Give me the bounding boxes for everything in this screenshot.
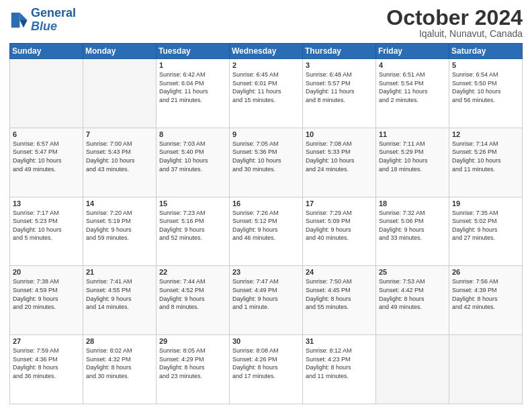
day-cell: 4Sunrise: 6:51 AM Sunset: 5:54 PM Daylig… bbox=[376, 59, 449, 128]
day-detail: Sunrise: 6:45 AM Sunset: 6:01 PM Dayligh… bbox=[232, 71, 300, 104]
day-number: 30 bbox=[232, 337, 300, 345]
day-number: 31 bbox=[306, 337, 373, 345]
logo-icon bbox=[9, 11, 28, 30]
week-row-2: 6Sunrise: 6:57 AM Sunset: 5:47 PM Daylig… bbox=[10, 128, 523, 197]
logo-line2: Blue bbox=[31, 19, 57, 33]
day-number: 10 bbox=[306, 130, 373, 138]
day-cell: 13Sunrise: 7:17 AM Sunset: 5:23 PM Dayli… bbox=[10, 197, 83, 266]
week-row-5: 27Sunrise: 7:59 AM Sunset: 4:36 PM Dayli… bbox=[10, 335, 523, 404]
day-detail: Sunrise: 7:11 AM Sunset: 5:29 PM Dayligh… bbox=[379, 140, 446, 173]
month-title: October 2024 bbox=[386, 7, 523, 28]
day-cell: 14Sunrise: 7:20 AM Sunset: 5:19 PM Dayli… bbox=[83, 197, 157, 266]
header: General Blue October 2024 Iqaluit, Nunav… bbox=[9, 7, 523, 39]
day-cell bbox=[376, 335, 449, 404]
day-number: 1 bbox=[159, 61, 226, 69]
day-cell: 18Sunrise: 7:32 AM Sunset: 5:06 PM Dayli… bbox=[376, 197, 449, 266]
logo: General Blue bbox=[9, 7, 76, 34]
day-number: 7 bbox=[86, 130, 153, 138]
day-number: 16 bbox=[232, 199, 300, 208]
day-detail: Sunrise: 7:05 AM Sunset: 5:36 PM Dayligh… bbox=[232, 140, 300, 173]
weekday-header-saturday: Saturday bbox=[449, 44, 523, 59]
day-detail: Sunrise: 7:26 AM Sunset: 5:12 PM Dayligh… bbox=[232, 209, 300, 242]
day-number: 4 bbox=[379, 61, 446, 69]
day-detail: Sunrise: 7:32 AM Sunset: 5:06 PM Dayligh… bbox=[379, 209, 446, 242]
day-cell: 12Sunrise: 7:14 AM Sunset: 5:26 PM Dayli… bbox=[449, 128, 523, 197]
day-cell: 17Sunrise: 7:29 AM Sunset: 5:09 PM Dayli… bbox=[303, 197, 376, 266]
day-cell: 31Sunrise: 8:12 AM Sunset: 4:23 PM Dayli… bbox=[303, 335, 376, 404]
weekday-header-thursday: Thursday bbox=[303, 44, 376, 59]
day-number: 29 bbox=[159, 337, 226, 345]
day-detail: Sunrise: 6:54 AM Sunset: 5:50 PM Dayligh… bbox=[452, 71, 519, 104]
day-number: 23 bbox=[232, 268, 300, 276]
day-number: 25 bbox=[379, 268, 446, 276]
week-row-4: 20Sunrise: 7:38 AM Sunset: 4:59 PM Dayli… bbox=[10, 266, 523, 335]
week-row-1: 1Sunrise: 6:42 AM Sunset: 6:04 PM Daylig… bbox=[10, 59, 523, 128]
day-detail: Sunrise: 7:08 AM Sunset: 5:33 PM Dayligh… bbox=[306, 140, 373, 173]
title-block: October 2024 Iqaluit, Nunavut, Canada bbox=[386, 7, 523, 39]
day-detail: Sunrise: 7:47 AM Sunset: 4:49 PM Dayligh… bbox=[232, 277, 300, 311]
weekday-header-friday: Friday bbox=[376, 44, 449, 59]
day-cell: 3Sunrise: 6:48 AM Sunset: 5:57 PM Daylig… bbox=[303, 59, 376, 128]
page: General Blue October 2024 Iqaluit, Nunav… bbox=[0, 0, 532, 411]
day-detail: Sunrise: 6:48 AM Sunset: 5:57 PM Dayligh… bbox=[306, 71, 373, 104]
logo-text: General Blue bbox=[31, 7, 76, 34]
day-number: 22 bbox=[159, 268, 226, 276]
day-cell: 20Sunrise: 7:38 AM Sunset: 4:59 PM Dayli… bbox=[10, 266, 83, 335]
svg-marker-1 bbox=[19, 20, 27, 28]
day-detail: Sunrise: 7:56 AM Sunset: 4:39 PM Dayligh… bbox=[452, 277, 519, 311]
day-cell: 2Sunrise: 6:45 AM Sunset: 6:01 PM Daylig… bbox=[230, 59, 303, 128]
day-number: 12 bbox=[452, 130, 519, 138]
weekday-header-monday: Monday bbox=[83, 44, 157, 59]
day-cell bbox=[83, 59, 157, 128]
day-detail: Sunrise: 7:44 AM Sunset: 4:52 PM Dayligh… bbox=[159, 277, 226, 311]
day-cell: 19Sunrise: 7:35 AM Sunset: 5:02 PM Dayli… bbox=[449, 197, 523, 266]
day-detail: Sunrise: 7:29 AM Sunset: 5:09 PM Dayligh… bbox=[306, 209, 373, 242]
day-cell bbox=[10, 59, 83, 128]
logo-line1: General bbox=[31, 6, 76, 19]
day-cell: 21Sunrise: 7:41 AM Sunset: 4:55 PM Dayli… bbox=[83, 266, 157, 335]
day-cell: 8Sunrise: 7:03 AM Sunset: 5:40 PM Daylig… bbox=[157, 128, 230, 197]
day-cell: 16Sunrise: 7:26 AM Sunset: 5:12 PM Dayli… bbox=[230, 197, 303, 266]
day-number: 3 bbox=[306, 61, 373, 69]
day-number: 17 bbox=[306, 199, 373, 208]
weekday-header-row: SundayMondayTuesdayWednesdayThursdayFrid… bbox=[10, 44, 523, 59]
day-detail: Sunrise: 7:17 AM Sunset: 5:23 PM Dayligh… bbox=[13, 209, 80, 242]
day-cell: 26Sunrise: 7:56 AM Sunset: 4:39 PM Dayli… bbox=[449, 266, 523, 335]
day-cell: 9Sunrise: 7:05 AM Sunset: 5:36 PM Daylig… bbox=[230, 128, 303, 197]
day-detail: Sunrise: 7:50 AM Sunset: 4:45 PM Dayligh… bbox=[306, 277, 373, 311]
day-detail: Sunrise: 7:20 AM Sunset: 5:19 PM Dayligh… bbox=[86, 209, 153, 242]
day-cell: 28Sunrise: 8:02 AM Sunset: 4:32 PM Dayli… bbox=[83, 335, 157, 404]
day-cell: 27Sunrise: 7:59 AM Sunset: 4:36 PM Dayli… bbox=[10, 335, 83, 404]
day-cell: 6Sunrise: 6:57 AM Sunset: 5:47 PM Daylig… bbox=[10, 128, 83, 197]
day-detail: Sunrise: 7:59 AM Sunset: 4:36 PM Dayligh… bbox=[13, 347, 80, 380]
day-cell: 15Sunrise: 7:23 AM Sunset: 5:16 PM Dayli… bbox=[157, 197, 230, 266]
day-detail: Sunrise: 6:42 AM Sunset: 6:04 PM Dayligh… bbox=[159, 71, 226, 104]
day-cell: 30Sunrise: 8:08 AM Sunset: 4:26 PM Dayli… bbox=[230, 335, 303, 404]
day-cell: 25Sunrise: 7:53 AM Sunset: 4:42 PM Dayli… bbox=[376, 266, 449, 335]
day-number: 21 bbox=[86, 268, 153, 276]
day-number: 27 bbox=[13, 337, 80, 345]
day-number: 19 bbox=[452, 199, 519, 208]
day-number: 26 bbox=[452, 268, 519, 276]
day-cell: 7Sunrise: 7:00 AM Sunset: 5:43 PM Daylig… bbox=[83, 128, 157, 197]
svg-marker-0 bbox=[19, 13, 27, 20]
day-number: 9 bbox=[232, 130, 300, 138]
day-number: 8 bbox=[159, 130, 226, 138]
day-number: 2 bbox=[232, 61, 300, 69]
day-detail: Sunrise: 7:03 AM Sunset: 5:40 PM Dayligh… bbox=[159, 140, 226, 173]
day-number: 20 bbox=[13, 268, 80, 276]
day-cell: 11Sunrise: 7:11 AM Sunset: 5:29 PM Dayli… bbox=[376, 128, 449, 197]
weekday-header-sunday: Sunday bbox=[10, 44, 83, 59]
day-detail: Sunrise: 6:57 AM Sunset: 5:47 PM Dayligh… bbox=[13, 140, 80, 173]
day-detail: Sunrise: 7:53 AM Sunset: 4:42 PM Dayligh… bbox=[379, 277, 446, 311]
day-number: 18 bbox=[379, 199, 446, 208]
day-cell: 5Sunrise: 6:54 AM Sunset: 5:50 PM Daylig… bbox=[449, 59, 523, 128]
day-detail: Sunrise: 8:12 AM Sunset: 4:23 PM Dayligh… bbox=[306, 347, 373, 380]
day-detail: Sunrise: 7:14 AM Sunset: 5:26 PM Dayligh… bbox=[452, 140, 519, 173]
day-cell bbox=[449, 335, 523, 404]
day-number: 15 bbox=[159, 199, 226, 208]
day-detail: Sunrise: 8:08 AM Sunset: 4:26 PM Dayligh… bbox=[232, 347, 300, 380]
day-cell: 1Sunrise: 6:42 AM Sunset: 6:04 PM Daylig… bbox=[157, 59, 230, 128]
day-cell: 29Sunrise: 8:05 AM Sunset: 4:29 PM Dayli… bbox=[157, 335, 230, 404]
day-number: 5 bbox=[452, 61, 519, 69]
